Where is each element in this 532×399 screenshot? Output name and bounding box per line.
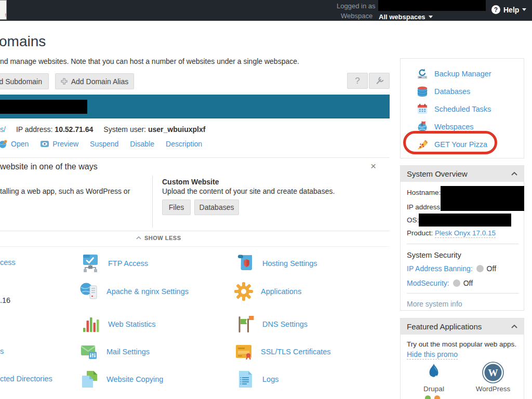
show-less-label: SHOW LESS (144, 235, 181, 241)
preview-action[interactable]: Preview (40, 139, 78, 149)
system-security-heading: System Security (407, 251, 461, 259)
ip-address-value: 10.52.71.64 (55, 125, 93, 134)
description-action[interactable]: Description (166, 140, 202, 148)
page-intro-text: nd manage websites. Note that you can ho… (0, 57, 299, 65)
chevron-down-icon (522, 8, 526, 11)
domain-url-fragment[interactable]: s/ (0, 125, 6, 134)
open-action[interactable]: Open (0, 139, 29, 149)
tool-mail-settings[interactable]: Mail Settings (79, 340, 150, 363)
shortcut-label: GET Your Pizza (434, 140, 487, 149)
help-button[interactable]: ? (347, 73, 368, 89)
system-overview-card: System Overview Hostname: IP address: OS… (400, 165, 524, 311)
ip-address-field: IP address: 10.52.71.64 (16, 125, 93, 134)
show-less-toggle[interactable]: SHOW LESS (136, 235, 181, 241)
shortcut-label: Webspaces (434, 123, 474, 131)
webspace-selector[interactable]: All webspaces (379, 12, 433, 21)
tool-logs[interactable]: Logs (235, 368, 278, 391)
disable-action[interactable]: Disable (130, 140, 154, 148)
copy-pages-icon (79, 369, 100, 390)
suspend-action[interactable]: Suspend (90, 140, 118, 148)
wordpress-app-tile[interactable]: W (482, 361, 504, 384)
system-overview-header: System Overview (401, 166, 524, 182)
webspace-value: All webspaces (379, 13, 425, 21)
help-menu[interactable]: ? Help (491, 5, 526, 14)
redacted-os (419, 214, 511, 227)
tool-web-statistics[interactable]: Web Statistics (81, 313, 156, 336)
tool-label: Logs (262, 375, 278, 383)
custom-website-title: Custom Website (162, 178, 219, 186)
tool-label: DNS Settings (262, 320, 308, 328)
promo-text: Try out the most popular web apps. (407, 340, 516, 348)
backup-drive-icon (416, 68, 429, 80)
redacted-username (378, 0, 486, 11)
shortcut-label: Databases (434, 87, 470, 96)
log-file-icon (235, 369, 256, 390)
install-app-option-text: talling a web app, such as WordPress or (0, 187, 130, 195)
product-row: Product: Plesk Onyx 17.0.15 (407, 229, 496, 237)
calendar-icon (416, 103, 429, 115)
wordpress-label: WordPress (473, 385, 513, 393)
vertical-divider (152, 176, 153, 228)
drupal-label: Drupal (416, 385, 451, 393)
system-user-value: user_wbuiuxplxf (148, 125, 205, 134)
add-domain-alias-button[interactable]: Add Domain Alias (55, 73, 134, 89)
tool-ssl-tls-certificates[interactable]: SSL/TLS Certificates (233, 340, 331, 363)
help-label: Help (503, 6, 519, 14)
databases-button[interactable]: Databases (194, 200, 239, 215)
system-user-label: System user: (103, 125, 146, 134)
eye-icon (40, 139, 49, 149)
status-dot-icon (453, 280, 460, 287)
more-system-info-link[interactable]: More system info (407, 300, 462, 308)
tool-applications[interactable]: Applications (233, 280, 301, 303)
tool-dns-settings[interactable]: DNS Settings (235, 313, 308, 336)
ip-address-banning-link[interactable]: IP Address Banning: (407, 264, 473, 273)
tool-apache-nginx-settings[interactable]: Apache & nginx Settings (79, 280, 189, 303)
hide-promo-link[interactable]: Hide this promo (407, 350, 458, 360)
modsecurity-link[interactable]: ModSecurity: (407, 279, 449, 287)
sidebar-item-backup-manager[interactable]: Backup Manager (416, 67, 491, 81)
question-icon: ? (355, 76, 360, 86)
tool-website-copying[interactable]: Website Copying (79, 368, 163, 391)
divider (0, 246, 390, 247)
collapse-chevron-icon[interactable] (511, 325, 517, 328)
bar-chart-icon (81, 314, 101, 335)
envelope-icon (79, 341, 100, 362)
plus-icon (61, 78, 68, 85)
add-subdomain-label: dd Subdomain (0, 77, 42, 86)
collapse-chevron-icon[interactable] (511, 172, 517, 176)
databases-label: Databases (200, 203, 234, 211)
divider (0, 231, 390, 231)
redacted-hostname-ip (441, 186, 524, 211)
tool-ftp-access[interactable]: FTP Access (81, 252, 148, 275)
files-button[interactable]: Files (162, 200, 191, 215)
globe-flag-icon (416, 121, 429, 133)
chevron-up-icon (136, 236, 141, 240)
logged-in-as-label: Logged in as (337, 2, 375, 10)
sidebar-item-databases[interactable]: Databases (416, 85, 470, 98)
featured-applications-header: Featured Applications (401, 318, 524, 335)
tool-label: Apache & nginx Settings (107, 287, 189, 296)
drupal-app-tile[interactable] (423, 362, 444, 383)
tool-hosting-settings[interactable]: Hosting Settings (235, 252, 317, 275)
cutoff-link-row3[interactable]: s (0, 347, 4, 355)
sidebar-item-webspaces[interactable]: Webspaces (416, 120, 474, 134)
tool-label: FTP Access (108, 259, 148, 268)
tool-label: Mail Settings (107, 348, 150, 356)
product-version-link[interactable]: Plesk Onyx 17.0.15 (435, 229, 496, 238)
cutoff-link-protected-directories[interactable]: cted Directories (0, 375, 52, 383)
sidebar-item-scheduled-tasks[interactable]: Scheduled Tasks (416, 102, 491, 116)
drupal-icon (423, 376, 444, 384)
system-overview-title: System Overview (407, 169, 468, 178)
preview-label: Preview (52, 140, 78, 148)
pizza-icon (416, 138, 429, 151)
sidebar-item-get-your-pizza[interactable]: GET Your Pizza (416, 138, 487, 151)
settings-wrench-button[interactable] (369, 73, 390, 89)
cutoff-link-row1[interactable]: cess (0, 258, 16, 267)
shortcut-label: Backup Manager (434, 70, 491, 78)
close-icon[interactable]: × (370, 161, 376, 172)
svg-text:W: W (488, 367, 498, 378)
add-subdomain-button[interactable]: dd Subdomain (0, 73, 49, 89)
ip-banning-row: IP Address Banning:Off (407, 264, 496, 273)
ip-address-label: IP address: (407, 203, 442, 211)
tool-label: SSL/TLS Certificates (261, 348, 331, 356)
